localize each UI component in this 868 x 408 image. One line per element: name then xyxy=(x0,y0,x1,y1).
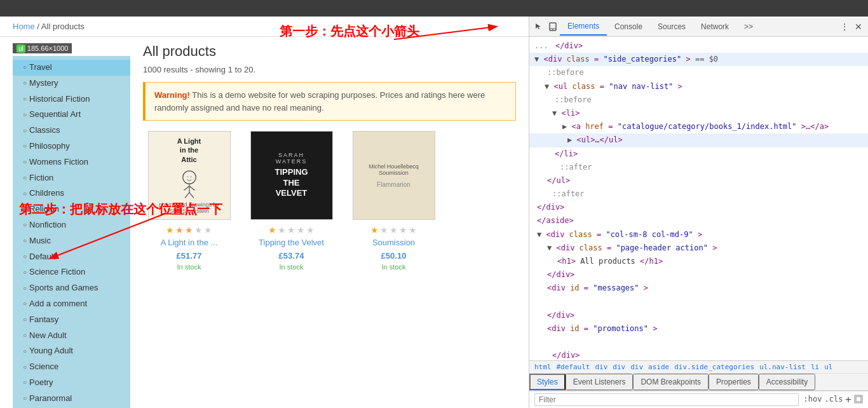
star-2: ★ xyxy=(175,225,184,235)
cls-toggle[interactable]: .cls xyxy=(824,395,843,405)
tree-line-8[interactable]: ▶ <ul>…</ul> xyxy=(529,133,868,147)
book2-title-link[interactable]: Tipping the Velvet xyxy=(245,238,337,247)
panel-tab-event-listeners[interactable]: Event Listeners xyxy=(566,374,634,390)
category-music[interactable]: Music xyxy=(13,233,130,249)
devtools-bottom: html #default div div div aside div.side… xyxy=(529,360,868,408)
panel-tab-accessibility[interactable]: Accessibility xyxy=(759,374,815,390)
tab-network[interactable]: Network xyxy=(693,18,736,35)
tree-line-10: ::after xyxy=(529,161,868,174)
add-style-btn[interactable]: + xyxy=(845,395,851,405)
category-add-a-comment[interactable]: Add a comment xyxy=(13,296,130,312)
more-options-icon[interactable]: ⋮ xyxy=(837,20,851,34)
book1-stars: ★ ★ ★ ★ ★ xyxy=(143,225,235,235)
category-paranormal[interactable]: Paranormal xyxy=(13,391,130,407)
close-devtools-icon[interactable]: ✕ xyxy=(851,20,865,34)
bc-div-side-categories[interactable]: div.side_categories xyxy=(674,363,754,371)
book1-title-link[interactable]: A Light in the ... xyxy=(143,238,235,247)
tab-more[interactable]: >> xyxy=(736,18,761,35)
tree-line-23 xyxy=(529,336,868,349)
svg-line-6 xyxy=(185,193,189,198)
panel-tab-properties[interactable]: Properties xyxy=(709,374,759,390)
tree-line-2[interactable]: ▼ <div class = "side_categories" > == $0 xyxy=(529,53,868,66)
devtools-breadcrumb: html #default div div div aside div.side… xyxy=(529,361,868,374)
tree-line-3: ::before xyxy=(529,66,868,79)
html-tree: ... </div> ▼ <div class = "side_categori… xyxy=(529,37,868,360)
category-new-adult[interactable]: New Adult xyxy=(13,328,130,344)
tree-line-6: ▼ <li> xyxy=(529,107,868,120)
inspect-icon[interactable] xyxy=(532,20,546,34)
category-poetry[interactable]: Poetry xyxy=(13,375,130,391)
category-science[interactable]: Science xyxy=(13,359,130,375)
filter-input[interactable] xyxy=(534,393,799,406)
book3-title-link[interactable]: Soumission xyxy=(348,238,440,247)
tree-line-7[interactable]: ▶ <a href = "catalogue/category/books_1/… xyxy=(529,120,868,133)
bc-li[interactable]: li xyxy=(811,363,819,371)
bc-aside[interactable]: aside xyxy=(648,363,669,371)
tab-console[interactable]: Console xyxy=(607,18,650,35)
tree-line-11: </ul> xyxy=(529,174,868,187)
category-travel[interactable]: Travel xyxy=(13,60,130,76)
category-mystery[interactable]: Mystery xyxy=(13,76,130,92)
category-religion[interactable]: Religion xyxy=(13,201,130,217)
book-cover-3: Michel HouellebecqSoumission Flammarion xyxy=(353,131,435,220)
tree-line-1: ... </div> xyxy=(529,39,868,53)
book2-stars: ★ ★ ★ ★ ★ xyxy=(245,225,337,235)
breadcrumb-separator: / xyxy=(37,22,39,31)
category-historical-fiction[interactable]: Historical Fiction xyxy=(13,92,130,107)
bc-html[interactable]: html xyxy=(534,363,552,371)
book1-author: poems and drawings byShel Silverstein xyxy=(159,201,219,214)
category-young-adult[interactable]: Young Adult xyxy=(13,343,130,359)
bc-div2[interactable]: div xyxy=(613,363,625,371)
book-cover-1: A Lightin theAttic xyxy=(148,131,231,220)
panel-tab-dom-breakpoints[interactable]: DOM Breakpoints xyxy=(633,374,709,390)
category-fantasy[interactable]: Fantasy xyxy=(13,312,130,328)
breadcrumb-current: All products xyxy=(41,22,85,31)
category-default[interactable]: Default xyxy=(13,249,130,265)
bc-ul[interactable]: ul xyxy=(824,363,832,371)
category-womens-fiction[interactable]: Womens Fiction xyxy=(13,154,130,170)
category-sports-and-games[interactable]: Sports and Games xyxy=(13,280,130,296)
products-area: All products 1000 results - showing 1 to… xyxy=(143,43,516,408)
website-panel: Home / All products ul 185.66×1000 Trave… xyxy=(0,17,529,408)
book-cover-2: SARAHWATERS TIPPINGTHEVELVET xyxy=(250,131,333,220)
book2-stock: In stock xyxy=(245,263,337,271)
bc-div3[interactable]: div xyxy=(630,363,643,371)
book-card-1: A Lightin theAttic xyxy=(143,131,235,271)
tree-line-4: ▼ <ul class = "nav nav-list" > xyxy=(529,80,868,93)
book1-stock: In stock xyxy=(143,263,235,271)
bc-div1[interactable]: div xyxy=(595,363,607,371)
category-sequential-art[interactable]: Sequential Art xyxy=(13,107,130,123)
warning-box: Warning! This is a demo website for web … xyxy=(143,82,516,121)
tree-line-15: ▼ <div class = "col-sm-8 col-md-9" > xyxy=(529,228,868,241)
book-card-3: Michel HouellebecqSoumission Flammarion … xyxy=(348,131,440,271)
tab-elements[interactable]: Elements xyxy=(560,18,607,36)
bc-default[interactable]: #default xyxy=(557,363,590,371)
tree-line-18: </div> xyxy=(529,268,868,282)
bc-ul-nav-list[interactable]: ul.nav-list xyxy=(759,363,806,371)
tree-dots: ... xyxy=(534,41,548,50)
category-childrens[interactable]: Childrens xyxy=(13,186,130,201)
hov-toggle[interactable]: :hov xyxy=(804,395,822,405)
breadcrumb-home[interactable]: Home xyxy=(13,22,35,31)
book1-price: £51.77 xyxy=(143,251,235,261)
star2-4: ★ xyxy=(297,225,305,235)
main-wrapper: Home / All products ul 185.66×1000 Trave… xyxy=(0,17,868,408)
category-science-fiction[interactable]: Science Fiction xyxy=(13,264,130,280)
book3-stock: In stock xyxy=(348,263,440,271)
svg-line-2 xyxy=(190,176,191,177)
star-1: ★ xyxy=(166,225,174,235)
tree-line-12: ::after xyxy=(529,187,868,201)
warning-label: Warning! xyxy=(154,90,190,100)
category-nonfiction[interactable]: Nonfiction xyxy=(13,217,130,233)
panel-tab-styles[interactable]: Styles xyxy=(529,374,566,390)
category-classics[interactable]: Classics xyxy=(13,123,130,139)
tree-line-24: </div> xyxy=(529,349,868,360)
breadcrumb: Home / All products xyxy=(0,17,529,37)
device-icon[interactable] xyxy=(546,20,560,34)
book2-author: SARAHWATERS xyxy=(276,152,308,165)
category-philosophy[interactable]: Philosophy xyxy=(13,139,130,154)
category-fiction[interactable]: Fiction xyxy=(13,170,130,186)
svg-line-4 xyxy=(184,186,189,191)
star3-1: ★ xyxy=(370,225,379,235)
tab-sources[interactable]: Sources xyxy=(650,18,693,35)
